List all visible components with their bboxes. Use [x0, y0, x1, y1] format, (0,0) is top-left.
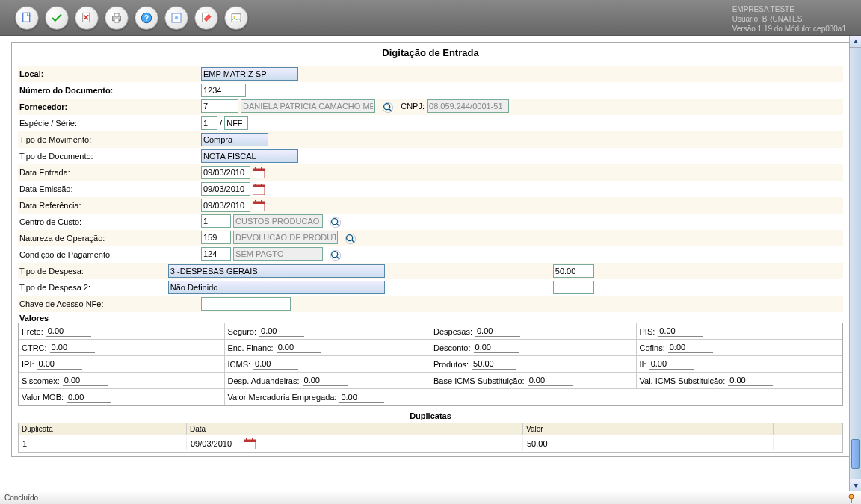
val-icms-sub-label: Val. ICMS Substituição:	[640, 376, 726, 385]
dup-valor-input[interactable]	[526, 438, 564, 449]
svg-point-12	[384, 103, 390, 109]
siscomex-input	[63, 375, 108, 386]
data-emissao-label: Data Emissão:	[18, 184, 201, 193]
fornecedor-label: Fornecedor:	[18, 102, 201, 111]
natureza-label: Natureza de Operação:	[18, 234, 201, 243]
valor-merc-emp-input	[339, 392, 384, 403]
frete-input[interactable]	[46, 326, 91, 337]
data-ref-input[interactable]	[201, 199, 250, 212]
val-icms-sub-input[interactable]	[728, 375, 773, 386]
dup-col-data: Data	[187, 423, 523, 435]
user-label: Usuário: BRUNATES	[732, 14, 846, 24]
dup-num-input[interactable]	[22, 438, 52, 449]
condicao-cod-input[interactable]	[201, 247, 231, 261]
print-button[interactable]	[105, 6, 129, 30]
valores-title: Valores	[18, 312, 843, 323]
especie-input[interactable]	[201, 116, 217, 130]
tipo-despesa2-valor-input[interactable]	[553, 281, 594, 294]
data-emissao-input[interactable]	[201, 182, 250, 196]
centro-custo-label: Centro de Custo:	[18, 217, 201, 226]
desp-aduan-label: Desp. Aduandeiras:	[228, 376, 300, 385]
tipo-movimento-label: Tipo de Movimento:	[18, 135, 201, 144]
svg-point-26	[332, 218, 338, 224]
confirm-button[interactable]	[45, 6, 69, 30]
chave-nfe-input[interactable]	[201, 297, 291, 311]
valor-merc-emp-label: Valor Mercadoria Empregada:	[228, 393, 337, 402]
page-title: Digitação de Entrada	[12, 43, 849, 63]
calendar-icon[interactable]	[244, 438, 257, 450]
cancel-button[interactable]	[75, 6, 99, 30]
centro-custo-lookup-icon[interactable]	[328, 216, 343, 229]
dup-data-input[interactable]	[190, 438, 239, 449]
data-entrada-input[interactable]	[201, 166, 250, 179]
tipo-movimento-select[interactable]: Compra	[201, 133, 268, 146]
serie-input[interactable]	[224, 116, 248, 130]
desconto-input[interactable]	[474, 342, 519, 353]
config-button[interactable]	[164, 6, 188, 30]
ctrc-input[interactable]	[50, 342, 95, 353]
fornecedor-cod-input[interactable]	[201, 99, 238, 113]
calendar-icon[interactable]	[253, 200, 266, 212]
pis-label: PIS:	[640, 327, 655, 336]
encfin-input[interactable]	[277, 342, 321, 353]
new-doc-button[interactable]	[15, 6, 39, 30]
base-icms-sub-label: Base ICMS Substituição:	[433, 376, 525, 385]
tipo-despesa-select[interactable]: 3 -DESPESAS GERAIS	[168, 264, 385, 278]
local-select[interactable]: EMP MATRIZ SP	[201, 67, 298, 81]
svg-rect-33	[244, 440, 256, 442]
svg-rect-19	[253, 185, 265, 187]
numero-doc-label: Número do Documento:	[18, 86, 201, 95]
tipo-despesa2-select[interactable]: Não Definido	[168, 281, 385, 294]
calendar-icon[interactable]	[253, 167, 266, 179]
natureza-cod-input[interactable]	[201, 231, 231, 244]
edit-button[interactable]	[194, 6, 218, 30]
pin-icon[interactable]	[846, 493, 857, 503]
scroll-thumb[interactable]	[851, 439, 860, 469]
base-icms-sub-input[interactable]	[528, 375, 573, 386]
frete-label: Frete:	[22, 327, 43, 336]
scroll-down-icon[interactable]	[850, 479, 861, 491]
chave-nfe-label: Chave de Acesso NFe:	[18, 299, 201, 308]
svg-text:?: ?	[144, 13, 149, 22]
scroll-up-icon[interactable]	[850, 36, 861, 48]
svg-rect-3	[114, 13, 119, 16]
image-button[interactable]	[224, 6, 248, 30]
vertical-scrollbar[interactable]	[849, 36, 861, 491]
desp-aduan-input	[303, 375, 348, 386]
seguro-input[interactable]	[259, 326, 304, 337]
svg-rect-23	[253, 202, 265, 204]
main-toolbar: ? EMPRESA TESTE Usuário: BRUNATES Versão…	[0, 0, 861, 36]
tipo-despesa-label: Tipo de Despesa:	[18, 267, 168, 276]
despesas-label: Despesas:	[433, 327, 472, 336]
condicao-lookup-icon[interactable]	[328, 249, 343, 262]
siscomex-label: Siscomex:	[22, 376, 60, 385]
version-label: Versão 1.19 do Módulo: cep030a1	[732, 24, 846, 34]
duplicatas-title: Duplicatas	[18, 409, 843, 423]
cofins-label: Cofins:	[640, 343, 665, 352]
tipo-documento-select[interactable]: NOTA FISCAL	[201, 149, 298, 163]
icms-input[interactable]	[253, 358, 298, 370]
natureza-lookup-icon[interactable]	[343, 232, 358, 246]
data-ref-label: Data Referência:	[18, 201, 201, 210]
produtos-label: Produtos:	[433, 360, 469, 369]
dup-col-duplicata: Duplicata	[19, 423, 187, 435]
numero-doc-input[interactable]	[201, 84, 246, 97]
calendar-icon[interactable]	[253, 184, 266, 196]
produtos-input[interactable]	[472, 358, 516, 370]
condicao-desc	[233, 247, 323, 261]
data-entrada-label: Data Entrada:	[18, 168, 201, 177]
header-info: EMPRESA TESTE Usuário: BRUNATES Versão 1…	[732, 4, 846, 34]
tipo-despesa-valor-input[interactable]	[553, 264, 594, 278]
especie-serie-label: Espécie / Série:	[18, 119, 201, 128]
encfin-label: Enc. Financ:	[228, 343, 274, 352]
company-name: EMPRESA TESTE	[732, 4, 846, 14]
duplicata-row	[18, 435, 843, 453]
cnpj-label: CNPJ:	[401, 102, 425, 111]
help-button[interactable]: ?	[135, 6, 158, 30]
centro-custo-cod-input[interactable]	[201, 214, 231, 228]
despesas-input[interactable]	[475, 326, 520, 337]
fornecedor-lookup-icon[interactable]	[380, 101, 395, 114]
ipi-input[interactable]	[37, 358, 82, 370]
svg-point-28	[347, 234, 353, 240]
svg-point-30	[332, 251, 338, 257]
